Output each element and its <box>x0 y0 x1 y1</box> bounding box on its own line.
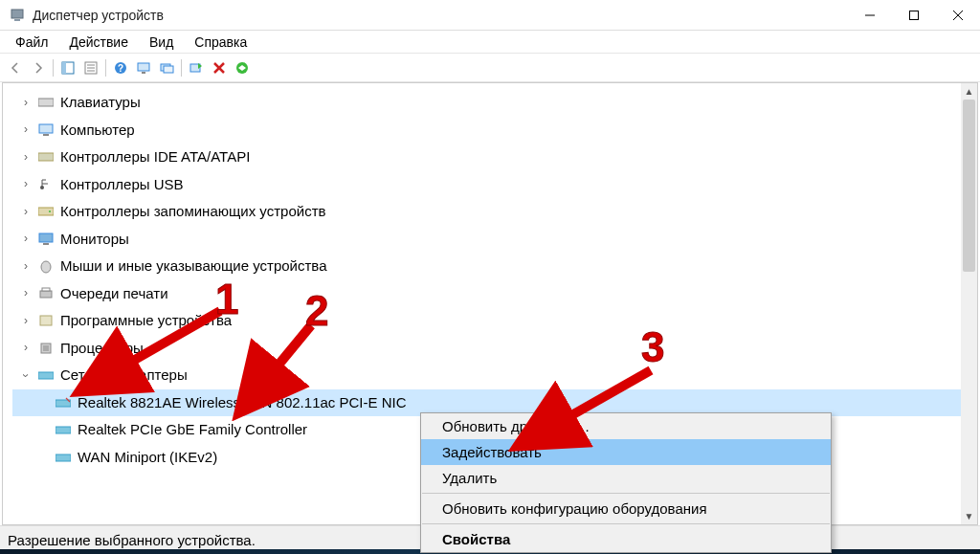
tree-item-mice[interactable]: ›Мыши и иные указывающие устройства <box>12 253 977 280</box>
statusbar-text: Разрешение выбранного устройства. <box>8 532 256 548</box>
tree-item-storage[interactable]: ›Контроллеры запоминающих устройств <box>12 198 977 226</box>
storage-icon <box>37 203 55 220</box>
menu-file[interactable]: Файл <box>6 33 57 52</box>
ide-icon <box>37 148 55 166</box>
expander-icon[interactable]: › <box>20 310 32 332</box>
tree-item-label: Контроллеры запоминающих устройств <box>60 198 325 226</box>
monitor-icon <box>37 231 55 248</box>
expander-icon[interactable]: › <box>20 282 32 304</box>
scan-button[interactable] <box>132 56 155 79</box>
annotation-1: 1 <box>215 276 238 323</box>
toolbar-separator <box>105 59 106 77</box>
ctx-separator <box>422 493 830 494</box>
close-button[interactable] <box>936 0 980 31</box>
tree-item-label: Очереди печати <box>60 280 168 308</box>
devices-button[interactable] <box>155 56 178 79</box>
usb-icon <box>37 176 55 193</box>
tree-item-usb[interactable]: ›Контроллеры USB <box>12 171 977 199</box>
menu-view[interactable]: Вид <box>140 33 183 52</box>
svg-rect-36 <box>43 345 49 351</box>
tree-item-computer[interactable]: ›Компьютер <box>12 117 977 144</box>
help-button[interactable]: ? <box>109 56 132 79</box>
annotation-2: 2 <box>305 287 328 335</box>
toolbar: ? <box>0 54 980 82</box>
cpu-icon <box>37 340 55 357</box>
svg-rect-22 <box>38 99 54 106</box>
svg-rect-23 <box>39 124 53 133</box>
ctx-properties[interactable]: Свойства <box>421 526 831 552</box>
window-titlebar: Диспетчер устройств <box>0 0 980 31</box>
svg-rect-0 <box>11 10 23 18</box>
app-icon <box>8 6 27 25</box>
svg-rect-37 <box>38 372 54 379</box>
svg-rect-32 <box>40 291 52 298</box>
annotation-arrow-1 <box>67 306 239 402</box>
software-icon <box>37 312 55 329</box>
maximize-button[interactable] <box>892 0 936 31</box>
vertical-scrollbar[interactable]: ▲ ▼ <box>961 83 977 524</box>
minimize-button[interactable] <box>848 0 892 31</box>
network-icon <box>37 366 55 384</box>
svg-rect-29 <box>39 233 53 242</box>
expander-icon[interactable]: › <box>20 173 32 195</box>
svg-rect-15 <box>142 72 145 74</box>
svg-line-43 <box>524 370 651 442</box>
properties-button[interactable] <box>79 56 102 79</box>
svg-rect-34 <box>40 316 52 325</box>
expander-icon[interactable]: › <box>20 255 32 277</box>
svg-rect-24 <box>43 134 49 136</box>
tree-item-label: Мыши и иные указывающие устройства <box>60 253 326 280</box>
svg-rect-1 <box>14 19 20 21</box>
svg-rect-33 <box>42 288 50 291</box>
ctx-separator <box>422 523 830 524</box>
expander-icon[interactable]: › <box>20 92 32 114</box>
svg-rect-27 <box>38 208 54 215</box>
annotation-3: 3 <box>641 323 664 371</box>
svg-rect-25 <box>38 153 54 161</box>
svg-rect-39 <box>56 427 71 433</box>
expander-icon[interactable]: › <box>15 369 37 381</box>
delete-button[interactable] <box>208 56 231 79</box>
tree-item-label: Компьютер <box>60 117 135 144</box>
tree-item-monitors[interactable]: ›Мониторы <box>12 226 977 254</box>
show-panel-button[interactable] <box>56 56 79 79</box>
ctx-rescan[interactable]: Обновить конфигурацию оборудования <box>421 496 831 521</box>
tree-item-printqueues[interactable]: ›Очереди печати <box>12 280 977 308</box>
expander-icon[interactable]: › <box>20 119 32 141</box>
expander-icon[interactable]: › <box>20 201 32 223</box>
expander-icon[interactable]: › <box>20 337 32 359</box>
menu-action[interactable]: Действие <box>59 33 138 52</box>
svg-point-31 <box>41 261 51 273</box>
tree-item-label: WAN Miniport (IKEv2) <box>78 444 217 472</box>
network-adapter-icon <box>55 449 72 466</box>
svg-rect-7 <box>62 62 66 74</box>
back-button[interactable] <box>4 56 27 79</box>
enable-device-button[interactable] <box>231 56 254 79</box>
update-driver-button[interactable] <box>185 56 208 79</box>
scroll-down-button[interactable]: ▼ <box>961 508 977 524</box>
svg-rect-14 <box>138 63 149 71</box>
toolbar-separator <box>181 59 182 77</box>
scroll-thumb[interactable] <box>963 100 975 272</box>
svg-rect-17 <box>164 66 173 73</box>
ctx-delete[interactable]: Удалить <box>421 465 831 491</box>
svg-rect-30 <box>43 243 49 245</box>
tree-item-label: Клавиатуры <box>60 89 141 117</box>
tree-item-label: Мониторы <box>60 226 129 254</box>
menu-help[interactable]: Справка <box>185 33 256 52</box>
forward-button[interactable] <box>27 56 50 79</box>
window-title: Диспетчер устройств <box>33 8 848 23</box>
keyboard-icon <box>37 94 55 111</box>
tree-item-keyboards[interactable]: ›Клавиатуры <box>12 89 977 117</box>
tree-item-label: Контроллеры IDE ATA/ATAPI <box>60 144 250 171</box>
printer-icon <box>37 285 55 302</box>
svg-point-28 <box>49 211 51 212</box>
svg-rect-3 <box>910 11 919 19</box>
menubar: Файл Действие Вид Справка <box>0 31 980 54</box>
svg-line-41 <box>86 311 220 388</box>
expander-icon[interactable]: › <box>20 146 32 168</box>
tree-item-ide[interactable]: ›Контроллеры IDE ATA/ATAPI <box>12 144 977 171</box>
scroll-up-button[interactable]: ▲ <box>961 83 977 100</box>
expander-icon[interactable]: › <box>20 228 32 250</box>
tree-item-label: Контроллеры USB <box>60 171 184 199</box>
